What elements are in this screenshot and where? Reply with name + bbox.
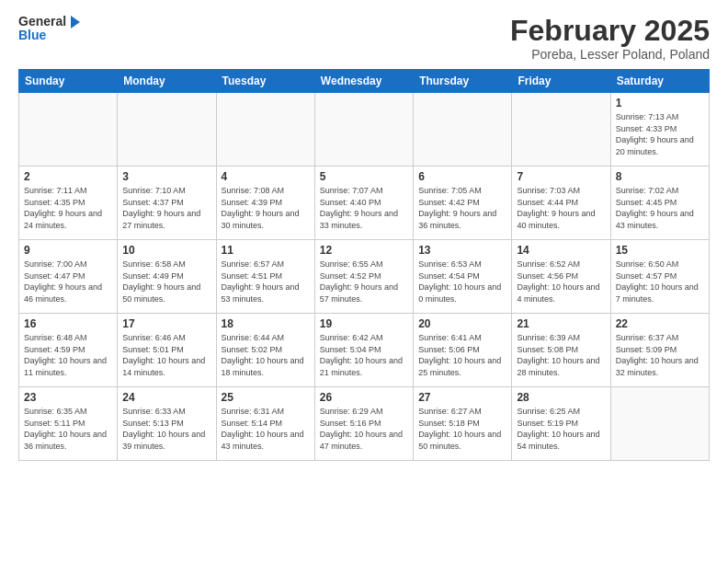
table-row: [512, 93, 610, 167]
day-info: Sunrise: 6:37 AMSunset: 5:09 PMDaylight:…: [616, 333, 699, 377]
day-info: Sunrise: 7:10 AMSunset: 4:37 PMDaylight:…: [122, 186, 200, 230]
table-row: 12Sunrise: 6:55 AMSunset: 4:52 PMDayligh…: [314, 240, 413, 314]
logo-general: General: [18, 15, 82, 29]
day-info: Sunrise: 6:58 AMSunset: 4:49 PMDaylight:…: [122, 259, 200, 304]
calendar-week-row: 23Sunrise: 6:35 AMSunset: 5:11 PMDayligh…: [19, 387, 710, 461]
day-info: Sunrise: 7:13 AMSunset: 4:33 PMDaylight:…: [616, 112, 694, 156]
day-info: Sunrise: 7:11 AMSunset: 4:35 PMDaylight:…: [24, 186, 102, 230]
day-info: Sunrise: 6:44 AMSunset: 5:02 PMDaylight:…: [222, 333, 304, 377]
day-number: 17: [122, 317, 210, 330]
day-number: 2: [24, 170, 112, 183]
table-row: 18Sunrise: 6:44 AMSunset: 5:02 PMDayligh…: [216, 314, 314, 387]
day-info: Sunrise: 6:25 AMSunset: 5:19 PMDaylight:…: [517, 407, 599, 451]
day-number: 15: [616, 244, 704, 257]
table-row: 10Sunrise: 6:58 AMSunset: 4:49 PMDayligh…: [118, 240, 216, 314]
day-number: 24: [122, 391, 210, 404]
day-number: 7: [517, 170, 605, 183]
day-number: 19: [320, 317, 408, 330]
day-number: 8: [616, 170, 704, 183]
table-row: [610, 387, 709, 461]
table-row: 26Sunrise: 6:29 AMSunset: 5:16 PMDayligh…: [314, 387, 413, 461]
calendar-subtitle: Poreba, Lesser Poland, Poland: [510, 47, 710, 62]
table-row: 2Sunrise: 7:11 AMSunset: 4:35 PMDaylight…: [19, 167, 118, 240]
day-number: 4: [222, 170, 310, 183]
day-info: Sunrise: 7:02 AMSunset: 4:45 PMDaylight:…: [616, 186, 694, 230]
day-info: Sunrise: 7:00 AMSunset: 4:47 PMDaylight:…: [24, 259, 102, 304]
table-row: 6Sunrise: 7:05 AMSunset: 4:42 PMDaylight…: [414, 167, 512, 240]
table-row: 9Sunrise: 7:00 AMSunset: 4:47 PMDaylight…: [19, 240, 118, 314]
day-number: 3: [122, 170, 210, 183]
calendar-week-row: 1Sunrise: 7:13 AMSunset: 4:33 PMDaylight…: [19, 93, 710, 167]
col-thursday: Thursday: [414, 70, 512, 93]
day-info: Sunrise: 6:35 AMSunset: 5:11 PMDaylight:…: [24, 407, 107, 451]
day-number: 21: [517, 317, 605, 330]
day-info: Sunrise: 6:55 AMSunset: 4:52 PMDaylight:…: [320, 259, 398, 304]
table-row: 4Sunrise: 7:08 AMSunset: 4:39 PMDaylight…: [216, 167, 314, 240]
table-row: 3Sunrise: 7:10 AMSunset: 4:37 PMDaylight…: [118, 167, 216, 240]
table-row: 23Sunrise: 6:35 AMSunset: 5:11 PMDayligh…: [19, 387, 118, 461]
day-info: Sunrise: 6:50 AMSunset: 4:57 PMDaylight:…: [616, 259, 699, 304]
day-number: 13: [418, 244, 506, 257]
page: General Blue February 2025 Poreba, Lesse…: [0, 0, 728, 470]
day-info: Sunrise: 6:48 AMSunset: 4:59 PMDaylight:…: [24, 333, 107, 377]
table-row: 8Sunrise: 7:02 AMSunset: 4:45 PMDaylight…: [610, 167, 709, 240]
table-row: 5Sunrise: 7:07 AMSunset: 4:40 PMDaylight…: [314, 167, 413, 240]
day-number: 16: [24, 317, 112, 330]
table-row: 22Sunrise: 6:37 AMSunset: 5:09 PMDayligh…: [610, 314, 709, 387]
table-row: [414, 93, 512, 167]
day-info: Sunrise: 7:07 AMSunset: 4:40 PMDaylight:…: [320, 186, 398, 230]
table-row: 17Sunrise: 6:46 AMSunset: 5:01 PMDayligh…: [118, 314, 216, 387]
calendar-table: Sunday Monday Tuesday Wednesday Thursday…: [18, 69, 710, 461]
weekday-header-row: Sunday Monday Tuesday Wednesday Thursday…: [19, 70, 710, 93]
col-monday: Monday: [118, 70, 216, 93]
table-row: 25Sunrise: 6:31 AMSunset: 5:14 PMDayligh…: [216, 387, 314, 461]
calendar-title: February 2025: [510, 15, 710, 47]
table-row: 28Sunrise: 6:25 AMSunset: 5:19 PMDayligh…: [512, 387, 610, 461]
day-info: Sunrise: 6:46 AMSunset: 5:01 PMDaylight:…: [122, 333, 205, 377]
table-row: [118, 93, 216, 167]
col-saturday: Saturday: [610, 70, 709, 93]
table-row: [19, 93, 118, 167]
logo-blue: Blue: [18, 29, 82, 42]
day-info: Sunrise: 6:31 AMSunset: 5:14 PMDaylight:…: [222, 407, 304, 451]
day-info: Sunrise: 6:57 AMSunset: 4:51 PMDaylight:…: [222, 259, 300, 304]
table-row: 7Sunrise: 7:03 AMSunset: 4:44 PMDaylight…: [512, 167, 610, 240]
table-row: 24Sunrise: 6:33 AMSunset: 5:13 PMDayligh…: [118, 387, 216, 461]
table-row: 13Sunrise: 6:53 AMSunset: 4:54 PMDayligh…: [414, 240, 512, 314]
col-friday: Friday: [512, 70, 610, 93]
calendar-week-row: 2Sunrise: 7:11 AMSunset: 4:35 PMDaylight…: [19, 167, 710, 240]
day-info: Sunrise: 7:03 AMSunset: 4:44 PMDaylight:…: [517, 186, 595, 230]
table-row: 1Sunrise: 7:13 AMSunset: 4:33 PMDaylight…: [610, 93, 709, 167]
title-area: February 2025 Poreba, Lesser Poland, Pol…: [510, 15, 710, 62]
header: General Blue February 2025 Poreba, Lesse…: [18, 15, 710, 62]
day-info: Sunrise: 7:05 AMSunset: 4:42 PMDaylight:…: [418, 186, 496, 230]
day-number: 23: [24, 391, 112, 404]
table-row: 19Sunrise: 6:42 AMSunset: 5:04 PMDayligh…: [314, 314, 413, 387]
col-sunday: Sunday: [19, 70, 118, 93]
logo: General Blue: [18, 15, 82, 43]
day-number: 10: [122, 244, 210, 257]
day-info: Sunrise: 6:29 AMSunset: 5:16 PMDaylight:…: [320, 407, 403, 451]
day-info: Sunrise: 6:53 AMSunset: 4:54 PMDaylight:…: [418, 259, 501, 304]
day-info: Sunrise: 6:27 AMSunset: 5:18 PMDaylight:…: [418, 407, 501, 451]
day-number: 11: [222, 244, 310, 257]
col-tuesday: Tuesday: [216, 70, 314, 93]
calendar-week-row: 16Sunrise: 6:48 AMSunset: 4:59 PMDayligh…: [19, 314, 710, 387]
table-row: 16Sunrise: 6:48 AMSunset: 4:59 PMDayligh…: [19, 314, 118, 387]
day-number: 25: [222, 391, 310, 404]
day-number: 26: [320, 391, 408, 404]
day-info: Sunrise: 6:39 AMSunset: 5:08 PMDaylight:…: [517, 333, 599, 377]
day-info: Sunrise: 6:41 AMSunset: 5:06 PMDaylight:…: [418, 333, 501, 377]
day-number: 5: [320, 170, 408, 183]
calendar-week-row: 9Sunrise: 7:00 AMSunset: 4:47 PMDaylight…: [19, 240, 710, 314]
table-row: [216, 93, 314, 167]
table-row: 20Sunrise: 6:41 AMSunset: 5:06 PMDayligh…: [414, 314, 512, 387]
day-number: 12: [320, 244, 408, 257]
table-row: 27Sunrise: 6:27 AMSunset: 5:18 PMDayligh…: [414, 387, 512, 461]
day-info: Sunrise: 6:42 AMSunset: 5:04 PMDaylight:…: [320, 333, 403, 377]
day-number: 22: [616, 317, 704, 330]
table-row: 11Sunrise: 6:57 AMSunset: 4:51 PMDayligh…: [216, 240, 314, 314]
day-info: Sunrise: 7:08 AMSunset: 4:39 PMDaylight:…: [222, 186, 300, 230]
col-wednesday: Wednesday: [314, 70, 413, 93]
table-row: 14Sunrise: 6:52 AMSunset: 4:56 PMDayligh…: [512, 240, 610, 314]
